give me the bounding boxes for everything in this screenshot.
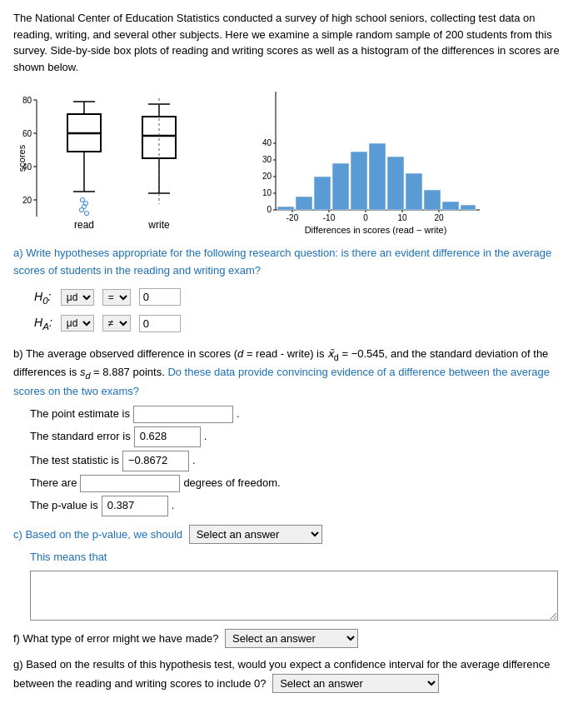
se-value: 0.628	[134, 426, 201, 447]
part-c-select[interactable]: Select an answer fail to reject H₀ rejec…	[189, 525, 322, 544]
histogram-svg: 0 10 20 30 40 -20 -10 0 10 20	[247, 83, 496, 237]
svg-text:40: 40	[262, 138, 272, 147]
svg-text:60: 60	[22, 129, 32, 138]
svg-text:0: 0	[363, 213, 368, 222]
ha-val-input[interactable]	[139, 315, 181, 332]
svg-rect-56	[406, 173, 422, 210]
ts-row: The test statistic is −0.8672 .	[30, 451, 575, 471]
part-f-select[interactable]: Select an answer Type I error Type II er…	[225, 629, 358, 648]
histogram-x-label: Differences in scores (read − write)	[305, 225, 447, 235]
se-label: The standard error is	[30, 428, 131, 446]
ha-op-select[interactable]: ≠ = < >	[102, 315, 131, 332]
svg-point-15	[81, 198, 85, 202]
pval-label: The p-value is	[30, 497, 98, 515]
svg-rect-22	[142, 117, 176, 158]
write-label: write	[147, 219, 170, 231]
point-estimate-input[interactable]	[133, 406, 233, 423]
svg-text:30: 30	[262, 155, 272, 164]
part-c-question: c) Based on the p-value, we should Selec…	[13, 525, 575, 544]
svg-rect-50	[296, 197, 312, 210]
point-estimate-row: The point estimate is .	[30, 406, 575, 423]
h0-op-cell[interactable]: = ≠ < >	[98, 285, 135, 311]
point-estimate-period: .	[237, 406, 240, 423]
df-input[interactable]	[80, 475, 180, 492]
svg-text:20: 20	[262, 172, 272, 181]
boxplot-area: scores 80 60 40 20	[13, 83, 230, 233]
h0-label: H0:	[30, 285, 57, 311]
h0-var-select[interactable]: μd x̄d p	[61, 289, 94, 306]
svg-text:-20: -20	[287, 213, 299, 222]
svg-rect-57	[424, 190, 441, 210]
svg-text:40: 40	[22, 162, 32, 172]
part-g-question: g) Based on the results of this hypothes…	[13, 656, 575, 693]
hypothesis-table: H0: μd x̄d p = ≠ < > HA:	[30, 285, 185, 337]
this-means-label: This means that	[30, 549, 575, 566]
h0-row: H0: μd x̄d p = ≠ < >	[30, 285, 185, 311]
point-estimate-label: The point estimate is	[30, 406, 130, 423]
ha-row: HA: μd x̄d p ≠ = < >	[30, 311, 185, 337]
svg-rect-51	[314, 177, 331, 210]
charts-row: scores 80 60 40 20	[13, 83, 575, 233]
svg-rect-52	[332, 163, 349, 210]
ts-value: −0.8672	[122, 451, 189, 471]
svg-rect-54	[369, 143, 386, 210]
ts-label: The test statistic is	[30, 452, 119, 470]
svg-rect-53	[351, 152, 367, 210]
se-row: The standard error is 0.628 .	[30, 426, 575, 447]
ha-label: HA:	[30, 311, 57, 337]
part-b-question: b) The average observed difference in sc…	[13, 346, 575, 401]
h0-var-cell[interactable]: μd x̄d p	[57, 285, 98, 311]
pval-period: .	[172, 497, 175, 515]
histogram-area: 0 10 20 30 40 -20 -10 0 10 20	[247, 83, 496, 233]
ts-period: .	[192, 452, 196, 470]
part-c-text: c) Based on the p-value, we should	[13, 528, 182, 541]
read-label: read	[74, 219, 94, 231]
svg-rect-59	[461, 205, 476, 210]
svg-text:-10: -10	[323, 213, 336, 222]
svg-text:80: 80	[22, 96, 32, 105]
svg-text:20: 20	[22, 196, 32, 205]
svg-rect-49	[277, 207, 294, 210]
this-means-textarea[interactable]	[30, 571, 558, 621]
part-f: f) What type of error might we have made…	[13, 629, 575, 648]
part-a-text: a) Write hypotheses appropriate for the …	[13, 247, 551, 277]
pval-row: The p-value is 0.387 .	[30, 496, 575, 516]
part-a: a) Write hypotheses appropriate for the …	[13, 245, 575, 337]
svg-rect-58	[442, 202, 459, 210]
se-period: .	[204, 428, 207, 446]
pval-value: 0.387	[102, 496, 168, 516]
intro-text: The National Center of Education Statist…	[13, 10, 575, 75]
ha-op-cell[interactable]: ≠ = < >	[98, 311, 135, 337]
part-c: c) Based on the p-value, we should Selec…	[13, 525, 575, 621]
part-f-question: f) What type of error might we have made…	[13, 629, 575, 648]
part-g-select[interactable]: Select an answer yes no	[272, 674, 439, 693]
svg-text:10: 10	[397, 213, 407, 222]
h0-op-select[interactable]: = ≠ < >	[102, 289, 131, 306]
df-suffix: degrees of freedom.	[183, 475, 280, 492]
h0-val-input[interactable]	[139, 288, 181, 306]
svg-text:20: 20	[434, 213, 444, 222]
svg-point-18	[80, 208, 84, 212]
svg-rect-55	[387, 157, 404, 210]
boxplot-svg: scores 80 60 40 20	[13, 83, 230, 233]
svg-point-19	[85, 212, 89, 216]
ha-var-cell[interactable]: μd x̄d p	[57, 311, 98, 337]
part-a-question: a) Write hypotheses appropriate for the …	[13, 245, 575, 280]
svg-text:0: 0	[267, 205, 272, 214]
part-b: b) The average observed difference in sc…	[13, 346, 575, 516]
part-g: g) Based on the results of this hypothes…	[13, 656, 575, 693]
df-label: There are	[30, 475, 77, 492]
svg-text:10: 10	[262, 188, 272, 197]
ha-var-select[interactable]: μd x̄d p	[61, 315, 94, 332]
df-row: There are degrees of freedom.	[30, 475, 575, 492]
